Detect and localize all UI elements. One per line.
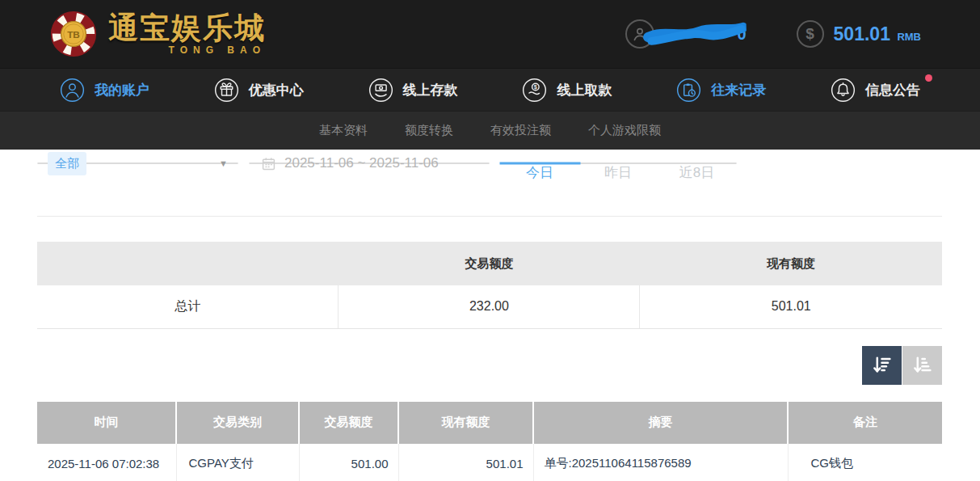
- nav-transaction-records[interactable]: 往来记录: [676, 78, 766, 103]
- svg-text:$: $: [534, 83, 537, 91]
- account-username[interactable]: 0: [625, 19, 746, 49]
- svg-text:TB: TB: [67, 29, 80, 40]
- records-col-time: 时间: [37, 402, 176, 444]
- summary-current-amount: 501.01: [640, 285, 942, 328]
- nav-promotions[interactable]: 优惠中心: [214, 78, 304, 103]
- summary-transaction-amount: 232.00: [339, 285, 640, 328]
- records-col-remark: 备注: [788, 402, 942, 444]
- subnav-valid-bets[interactable]: 有效投注额: [490, 123, 551, 138]
- nav-announcements[interactable]: 信息公告: [831, 78, 920, 103]
- record-type: CGPAY支付: [176, 444, 299, 481]
- record-remark: CG钱包: [788, 444, 942, 481]
- summary-table: 交易额度 现有额度 总计 232.00 501.01: [37, 242, 942, 329]
- summary-col-current-amount: 现有额度: [640, 242, 942, 285]
- notification-dot: [925, 74, 932, 82]
- site-title: 通宝娱乐城: [108, 13, 266, 43]
- table-row: 2025-11-06 07:02:38 CGPAY支付 501.00 501.0…: [37, 444, 942, 481]
- dollar-icon: $: [797, 20, 824, 48]
- date-range-value: 2025-11-06 ~ 2025-11-06: [284, 155, 439, 171]
- records-table: 时间 交易类别 交易额度 现有额度 摘要 备注 2025-11-06 07:02…: [37, 402, 942, 481]
- transaction-type-select[interactable]: 全部 ▼: [37, 162, 238, 164]
- chevron-down-icon: ▼: [219, 158, 228, 168]
- summary-total-row: 总计 232.00 501.01: [37, 285, 942, 328]
- sort-ascending-button[interactable]: [902, 346, 942, 385]
- deposit-icon: [368, 78, 393, 103]
- record-transaction-amount: 501.00: [299, 444, 398, 481]
- main-content: 全部 ▼ 2025-11-06 ~ 2025-11-06 今日 昨日 近8日 查…: [0, 150, 980, 481]
- casino-chip-icon: TB: [50, 11, 97, 57]
- records-col-transaction-amount: 交易额度: [299, 402, 398, 444]
- top-header: TB 通宝娱乐城 TONG BAO 0: [0, 0, 980, 68]
- summary-total-label: 总计: [37, 285, 339, 328]
- sort-descending-button[interactable]: [862, 346, 902, 385]
- subnav-credit-transfer[interactable]: 额度转换: [405, 123, 453, 138]
- summary-col-transaction-amount: 交易额度: [339, 242, 640, 285]
- gift-icon: [214, 78, 239, 103]
- records-icon: [676, 78, 701, 103]
- records-col-type: 交易类别: [176, 402, 299, 444]
- site-logo[interactable]: TB 通宝娱乐城 TONG BAO: [50, 11, 266, 57]
- filter-toolbar: 全部 ▼ 2025-11-06 ~ 2025-11-06 今日 昨日 近8日 查…: [37, 162, 942, 216]
- summary-col-empty: [37, 242, 339, 285]
- record-summary: 单号:202511064115876589: [533, 444, 788, 481]
- balance-amount: 501.01: [834, 23, 890, 44]
- redacted-username-scribble: 0: [641, 20, 746, 48]
- balance-currency: RMB: [897, 31, 921, 43]
- nav-my-account[interactable]: 我的账户: [60, 78, 149, 103]
- date-range-input[interactable]: 2025-11-06 ~ 2025-11-06: [249, 162, 490, 164]
- summary-header-row: 交易额度 现有额度: [37, 242, 942, 285]
- record-current-amount: 501.01: [398, 444, 533, 481]
- sort-controls: [37, 346, 942, 385]
- bell-icon: [831, 78, 856, 103]
- account-subnav: 基本资料 额度转换 有效投注额 个人游戏限额: [0, 111, 980, 150]
- record-time: 2025-11-06 07:02:38: [37, 444, 176, 481]
- records-header-row: 时间 交易类别 交易额度 现有额度 摘要 备注: [37, 402, 942, 444]
- withdraw-icon: $: [522, 78, 547, 103]
- user-icon: [60, 78, 85, 103]
- records-col-current-amount: 现有额度: [398, 402, 533, 444]
- selected-type-tag: 全部: [48, 152, 86, 175]
- calendar-icon: [262, 157, 275, 171]
- sort-ascending-icon: [911, 354, 933, 376]
- sort-descending-icon: [871, 354, 893, 376]
- subnav-game-limits[interactable]: 个人游戏限额: [588, 123, 661, 138]
- subnav-basic-info[interactable]: 基本资料: [319, 123, 368, 138]
- quick-range-group: 今日 昨日 近8日: [500, 162, 737, 164]
- account-balance[interactable]: $ 501.01 RMB: [797, 20, 921, 48]
- records-col-summary: 摘要: [533, 402, 788, 444]
- main-navigation: 我的账户 优惠中心 线上存款 $ 线上取款: [0, 68, 980, 111]
- nav-online-deposit[interactable]: 线上存款: [368, 78, 458, 103]
- nav-online-withdrawal[interactable]: $ 线上取款: [522, 78, 612, 103]
- site-title-latin: TONG BAO: [108, 45, 266, 55]
